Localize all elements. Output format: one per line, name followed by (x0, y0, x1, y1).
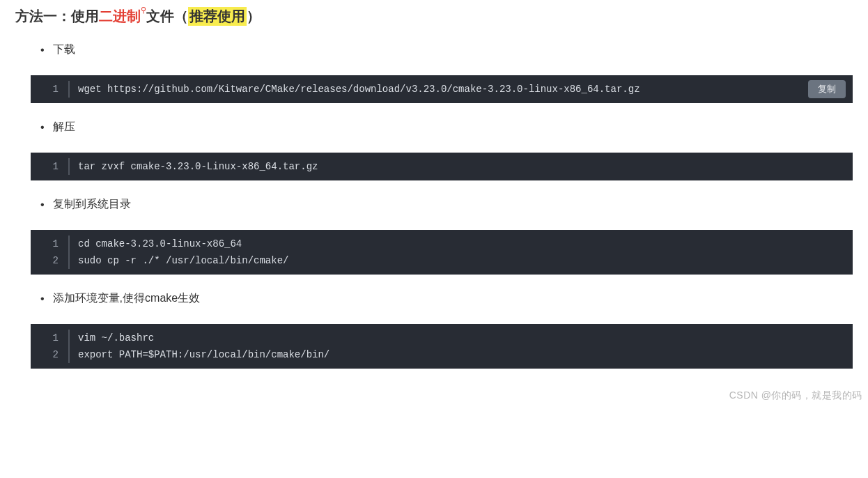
list-item-label: 添加环境变量,使得cmake生效 (53, 291, 201, 306)
heading-after-keyword: 文件（ (146, 7, 188, 26)
line-number: 1 (31, 81, 68, 98)
code-row: 1 cd cmake-3.23.0-linux-x86_64 (31, 236, 853, 252)
code-row: 1 tar zvxf cmake-3.23.0-Linux-x86_64.tar… (31, 158, 853, 175)
list-item-label: 下载 (53, 43, 75, 57)
list-item-label: 复制到系统目录 (53, 197, 131, 212)
list-item: 复制到系统目录 (40, 197, 853, 212)
list-item: 下载 (40, 43, 853, 57)
code-line[interactable]: sudo cp -r ./* /usr/local/bin/cmake/ (78, 252, 288, 269)
code-line[interactable]: tar zvxf cmake-3.23.0-Linux-x86_64.tar.g… (78, 158, 318, 175)
line-divider (68, 158, 70, 175)
list-item: 添加环境变量,使得cmake生效 (40, 291, 853, 306)
code-row: 1 wget https://github.com/Kitware/CMake/… (31, 81, 853, 98)
heading-prefix: 方法一：使用 (15, 7, 99, 26)
heading-highlight: 推荐使用 (188, 7, 247, 26)
code-block: 复制 1 wget https://github.com/Kitware/CMa… (31, 75, 853, 103)
line-divider (68, 330, 70, 346)
list-item: 解压 (40, 120, 853, 134)
line-divider (68, 81, 70, 98)
code-block: 1 cd cmake-3.23.0-linux-x86_64 2 sudo cp… (31, 230, 853, 275)
search-icon[interactable]: ⚲ (141, 6, 146, 14)
code-line[interactable]: export PATH=$PATH:/usr/local/bin/cmake/b… (78, 346, 330, 363)
watermark: CSDN @你的码，就是我的码 (729, 390, 862, 402)
line-number: 2 (31, 252, 68, 269)
line-number: 2 (31, 346, 68, 363)
line-number: 1 (31, 330, 68, 346)
line-divider (68, 252, 70, 269)
section-heading: 方法一：使用 二进制⚲ 文件（ 推荐使用 ） (15, 7, 853, 26)
code-block: 1 tar zvxf cmake-3.23.0-Linux-x86_64.tar… (31, 153, 853, 180)
code-line[interactable]: cd cmake-3.23.0-linux-x86_64 (78, 236, 242, 252)
heading-keyword[interactable]: 二进制⚲ (99, 7, 146, 26)
code-block: 1 vim ~/.bashrc 2 export PATH=$PATH:/usr… (31, 324, 853, 369)
code-line[interactable]: wget https://github.com/Kitware/CMake/re… (78, 81, 640, 98)
code-line[interactable]: vim ~/.bashrc (78, 330, 154, 346)
code-row: 1 vim ~/.bashrc (31, 330, 853, 346)
code-row: 2 export PATH=$PATH:/usr/local/bin/cmake… (31, 346, 853, 363)
line-divider (68, 236, 70, 252)
line-divider (68, 346, 70, 363)
line-number: 1 (31, 158, 68, 175)
code-row: 2 sudo cp -r ./* /usr/local/bin/cmake/ (31, 252, 853, 269)
heading-suffix: ） (247, 7, 261, 26)
list-item-label: 解压 (53, 120, 75, 134)
line-number: 1 (31, 236, 68, 252)
copy-button[interactable]: 复制 (808, 80, 846, 98)
